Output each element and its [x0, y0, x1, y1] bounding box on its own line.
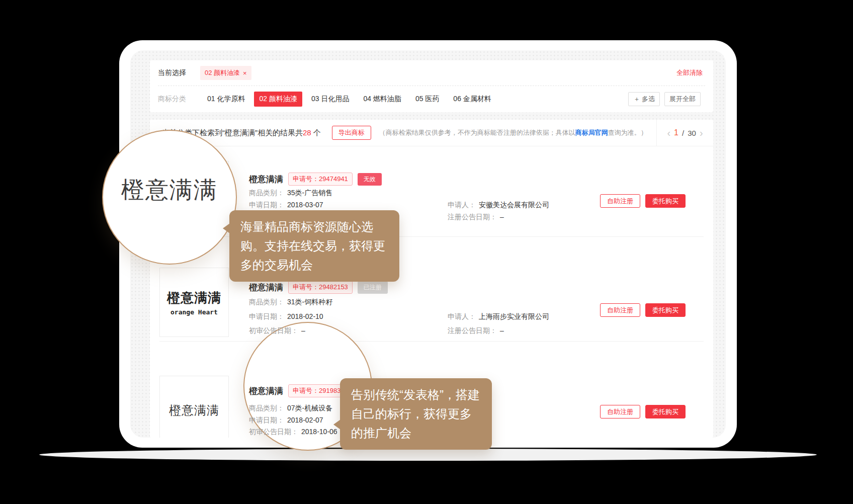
trademark-name: 橙意满满 [249, 282, 283, 293]
row-title: 橙意满满 申请号：29482153 已注册 [249, 281, 388, 294]
field-value: – [301, 326, 305, 334]
detail-line: 初审公告日期：– 注册公告日期：– [249, 326, 305, 335]
clear-all-link[interactable]: 全部清除 [676, 68, 703, 77]
category-item-02-active[interactable]: 02 颜料油漆 [254, 92, 302, 107]
selected-category-tag-text: 02 颜料油漆 [205, 68, 240, 77]
field-value: 上海雨步实业有限公司 [479, 312, 549, 320]
detail-line: 申请日期：2018-02-10 申请人：上海雨步实业有限公司 [249, 312, 323, 321]
field-label: 申请日期： [249, 416, 284, 424]
entrust-buy-button[interactable]: 委托购买 [645, 405, 686, 418]
total-pages: 30 [688, 129, 696, 137]
selected-category-tag[interactable]: 02 颜料油漆 × [200, 66, 251, 80]
magnifier-circle-1: 橙意满满 [102, 130, 237, 265]
results-header: 当前分类下检索到“橙意满满”相关的结果共28 个 导出商标 （商标检索结果仅供参… [150, 120, 713, 146]
field-label: 申请日期： [249, 312, 284, 320]
expand-all-button[interactable]: 展开全部 [664, 92, 701, 106]
callout-text: 海量精品商标资源随心选购。支持在线交易，获得更多的交易机会 [240, 220, 385, 272]
callout-bubble-marketplace: 海量精品商标资源随心选购。支持在线交易，获得更多的交易机会 [229, 210, 399, 282]
category-label: 商标分类 [158, 95, 186, 104]
field-label: 注册公告日期： [448, 326, 497, 334]
category-item-05[interactable]: 05 医药 [410, 92, 444, 107]
self-register-button[interactable]: 自助注册 [600, 194, 640, 208]
entrust-buy-button[interactable]: 委托购买 [645, 194, 686, 208]
disclaimer-text: （商标检索结果仅供参考，不作为商标能否注册的法律依据；具体以商标局官网查询为准。… [379, 128, 647, 137]
trademark-image-text: 橙意满满 [167, 289, 221, 307]
category-item-06[interactable]: 06 金属材料 [448, 92, 496, 107]
row-title: 橙意满满 申请号：29198321 [249, 384, 353, 397]
magnified-trademark-text: 橙意满满 [121, 175, 218, 206]
bubble-arrow-left-icon [223, 223, 230, 233]
status-badge: 已注册 [358, 281, 388, 294]
summary-suffix: 个 [311, 128, 321, 137]
multi-select-button[interactable]: ＋ 多选 [628, 92, 660, 106]
detail-line: 申请日期：2018-02-07 [249, 416, 323, 425]
summary-count: 28 [303, 128, 311, 137]
field-label: 初审公告日期： [249, 326, 298, 334]
application-number-tag: 申请号：29482153 [288, 281, 353, 294]
self-register-button[interactable]: 自助注册 [600, 303, 640, 317]
field-value: 2018-03-07 [287, 201, 323, 209]
field-value: 07类-机械设备 [287, 404, 332, 412]
detail-line: 商品类别：07类-机械设备 [249, 404, 332, 413]
detail-line: 申请日期：2018-03-07 申请人：安徽美达会展有限公司 [249, 201, 323, 210]
field-value: 安徽美达会展有限公司 [479, 201, 549, 209]
trademark-name: 橙意满满 [249, 174, 283, 185]
disclaimer-prefix: （商标检索结果仅供参考，不作为商标能否注册的法律依据；具体以 [379, 129, 575, 136]
application-number-tag: 申请号：29474941 [288, 173, 353, 186]
field-label: 商品类别： [249, 298, 284, 306]
current-selection-row: 当前选择 02 颜料油漆 × 全部清除 [150, 60, 713, 86]
trademark-image-subtext: orange Heart [170, 308, 218, 316]
export-trademark-button[interactable]: 导出商标 [332, 126, 371, 140]
filter-panel: 当前选择 02 颜料油漆 × 全部清除 商标分类 01 化学原料 02 颜料油漆… [150, 60, 713, 112]
field-label: 商品类别： [249, 189, 284, 197]
row-title: 橙意满满 申请号：29474941 无效 [249, 173, 382, 186]
category-list: 01 化学原料 02 颜料油漆 03 日化用品 04 燃料油脂 05 医药 06… [202, 92, 496, 107]
category-item-04[interactable]: 04 燃料油脂 [358, 92, 406, 107]
trademark-image: 橙意满满 [159, 376, 229, 438]
pagination: ‹ 1 / 30 › [656, 120, 713, 146]
field-value: 2018-10-06 [301, 428, 337, 436]
category-row: 商标分类 01 化学原料 02 颜料油漆 03 日化用品 04 燃料油脂 05 … [150, 86, 713, 112]
category-item-01[interactable]: 01 化学原料 [202, 92, 250, 107]
trademark-office-link[interactable]: 商标局官网 [575, 129, 608, 136]
page-separator: / [682, 129, 684, 137]
field-value: – [500, 326, 504, 334]
field-value: 31类-饲料种籽 [287, 298, 332, 306]
next-page-icon[interactable]: › [700, 128, 703, 138]
field-label: 商品类别： [249, 404, 284, 412]
field-value: – [500, 213, 504, 221]
field-value: 2018-02-10 [287, 312, 323, 320]
detail-line: 商品类别：31类-饲料种籽 [249, 298, 332, 307]
trademark-image: 橙意满满 orange Heart [159, 268, 229, 337]
row-divider [159, 341, 704, 342]
current-page: 1 [674, 128, 678, 137]
field-value: 2018-02-07 [287, 416, 323, 424]
detail-line: 初审公告日期：2018-10-06 [249, 428, 337, 437]
trademark-image-text: 橙意满满 [169, 402, 219, 418]
callout-bubble-promotion: 告别传统“发表格”，搭建自己的标行，获得更多的推广机会 [340, 378, 492, 450]
status-badge: 无效 [358, 173, 382, 186]
tag-close-icon[interactable]: × [243, 70, 247, 76]
bubble-arrow-left-icon [333, 419, 340, 430]
callout-text: 告别传统“发表格”，搭建自己的标行，获得更多的推广机会 [351, 388, 480, 440]
field-label: 注册公告日期： [448, 213, 497, 221]
disclaimer-suffix: 查询为准。） [608, 129, 647, 136]
self-register-button[interactable]: 自助注册 [600, 405, 640, 418]
entrust-buy-button[interactable]: 委托购买 [645, 303, 686, 317]
laptop-base [39, 449, 817, 461]
detail-line: 商品类别：35类-广告销售 [249, 189, 332, 198]
current-selection-label: 当前选择 [158, 68, 186, 77]
field-label: 初审公告日期： [249, 428, 298, 436]
category-item-03[interactable]: 03 日化用品 [306, 92, 354, 107]
field-label: 申请人： [448, 312, 476, 320]
field-label: 申请人： [448, 201, 476, 209]
trademark-name: 橙意满满 [249, 385, 283, 397]
field-value: 35类-广告销售 [287, 189, 332, 197]
prev-page-icon[interactable]: ‹ [667, 128, 670, 138]
field-label: 申请日期： [249, 201, 284, 209]
